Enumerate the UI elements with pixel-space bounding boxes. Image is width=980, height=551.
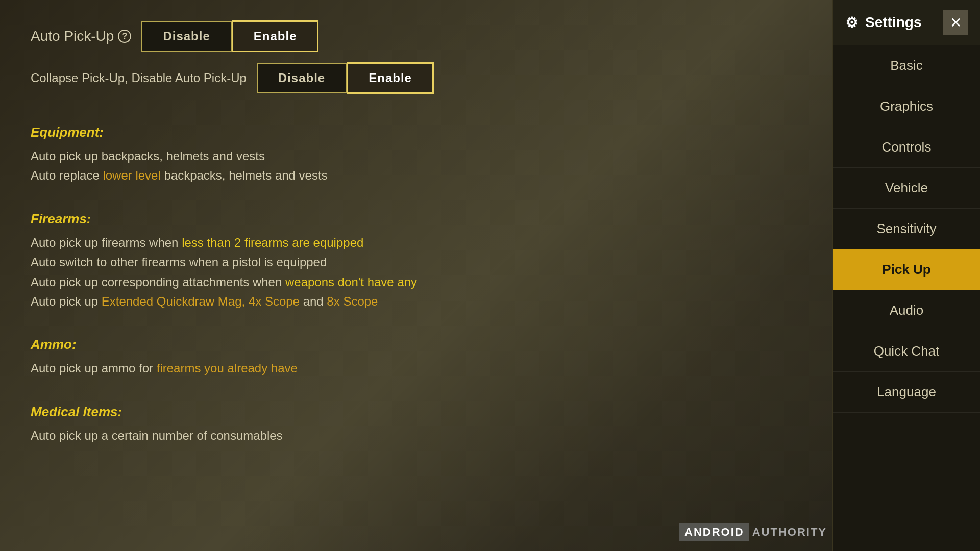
graphics-label: Graphics xyxy=(880,98,933,114)
sensitivity-label: Sensitivity xyxy=(876,221,936,236)
sidebar-item-language[interactable]: Language xyxy=(833,372,980,413)
firearms-line-4: Auto pick up Extended Quickdraw Mag, 4x … xyxy=(31,292,597,311)
vehicle-label: Vehicle xyxy=(885,180,928,195)
firearms-section: Firearms: Auto pick up firearms when les… xyxy=(31,211,597,312)
basic-label: Basic xyxy=(890,58,923,73)
ammo-section: Ammo: Auto pick up ammo for firearms you… xyxy=(31,337,597,378)
sidebar-item-quickchat[interactable]: Quick Chat xyxy=(833,331,980,372)
auto-pickup-enable-button[interactable]: Enable xyxy=(232,20,319,52)
sidebar: ⚙ Settings ✕ Basic Graphics Controls Veh… xyxy=(832,0,980,551)
equipment-line-2: Auto replace lower level backpacks, helm… xyxy=(31,166,597,185)
gear-icon: ⚙ xyxy=(845,14,858,31)
watermark-android: ANDROID xyxy=(679,523,749,541)
quickchat-label: Quick Chat xyxy=(874,343,940,359)
settings-title: ⚙ Settings xyxy=(845,14,921,31)
sidebar-item-audio[interactable]: Audio xyxy=(833,290,980,331)
help-icon[interactable]: ? xyxy=(118,30,131,43)
sidebar-item-basic[interactable]: Basic xyxy=(833,45,980,86)
settings-label: Settings xyxy=(865,14,921,31)
sidebar-item-sensitivity[interactable]: Sensitivity xyxy=(833,209,980,249)
firearms-highlight-3: weapons don't have any xyxy=(285,275,417,289)
ammo-lines: Auto pick up ammo for firearms you alrea… xyxy=(31,359,597,378)
auto-pickup-label: Auto Pick-Up ? xyxy=(31,28,131,44)
auto-pickup-disable-button[interactable]: Disable xyxy=(141,21,231,52)
watermark: ANDROID AUTHORITY xyxy=(679,523,827,541)
collapse-enable-button[interactable]: Enable xyxy=(347,62,434,94)
top-controls: Auto Pick-Up ? Disable Enable Collapse P… xyxy=(31,20,597,94)
watermark-authority: AUTHORITY xyxy=(752,525,827,539)
main-content: Auto Pick-Up ? Disable Enable Collapse P… xyxy=(0,0,628,551)
close-button[interactable]: ✕ xyxy=(943,10,968,35)
pickup-label: Pick Up xyxy=(882,262,930,277)
ammo-category: Ammo: xyxy=(31,337,597,353)
collapse-disable-button[interactable]: Disable xyxy=(257,63,347,93)
firearms-highlight-4b: 8x Scope xyxy=(327,294,378,308)
auto-pickup-text: Auto Pick-Up xyxy=(31,28,114,44)
equipment-category: Equipment: xyxy=(31,124,597,140)
controls-label: Controls xyxy=(882,139,932,155)
medical-section: Medical Items: Auto pick up a certain nu… xyxy=(31,404,597,445)
sidebar-item-controls[interactable]: Controls xyxy=(833,127,980,168)
firearms-category: Firearms: xyxy=(31,211,597,227)
firearms-highlight-1: less than 2 firearms are equipped xyxy=(182,236,363,249)
collapse-group: Collapse Pick-Up, Disable Auto Pick-Up D… xyxy=(31,62,434,94)
medical-lines: Auto pick up a certain number of consuma… xyxy=(31,426,597,445)
equipment-lines: Auto pick up backpacks, helmets and vest… xyxy=(31,146,597,186)
firearms-line-3: Auto pick up corresponding attachments w… xyxy=(31,272,597,292)
medical-category: Medical Items: xyxy=(31,404,597,420)
collapse-label: Collapse Pick-Up, Disable Auto Pick-Up xyxy=(31,71,247,85)
medical-line-1: Auto pick up a certain number of consuma… xyxy=(31,426,597,445)
lower-level-highlight: lower level xyxy=(103,168,160,182)
firearms-lines: Auto pick up firearms when less than 2 f… xyxy=(31,233,597,312)
audio-label: Audio xyxy=(890,303,924,318)
sidebar-item-vehicle[interactable]: Vehicle xyxy=(833,168,980,209)
sidebar-item-graphics[interactable]: Graphics xyxy=(833,86,980,127)
language-label: Language xyxy=(877,384,936,399)
ammo-highlight: firearms you already have xyxy=(157,361,298,375)
firearms-highlight-4a: Extended Quickdraw Mag, 4x Scope xyxy=(102,294,300,308)
equipment-section: Equipment: Auto pick up backpacks, helme… xyxy=(31,124,597,186)
firearms-line-1: Auto pick up firearms when less than 2 f… xyxy=(31,233,597,253)
firearms-line-2: Auto switch to other firearms when a pis… xyxy=(31,253,597,272)
auto-pickup-group: Auto Pick-Up ? Disable Enable xyxy=(31,20,318,52)
ammo-line-1: Auto pick up ammo for firearms you alrea… xyxy=(31,359,597,378)
sidebar-header: ⚙ Settings ✕ xyxy=(833,0,980,45)
equipment-line-1: Auto pick up backpacks, helmets and vest… xyxy=(31,146,597,166)
sidebar-nav: Basic Graphics Controls Vehicle Sensitiv… xyxy=(833,45,980,551)
sidebar-item-pickup[interactable]: Pick Up xyxy=(833,249,980,290)
